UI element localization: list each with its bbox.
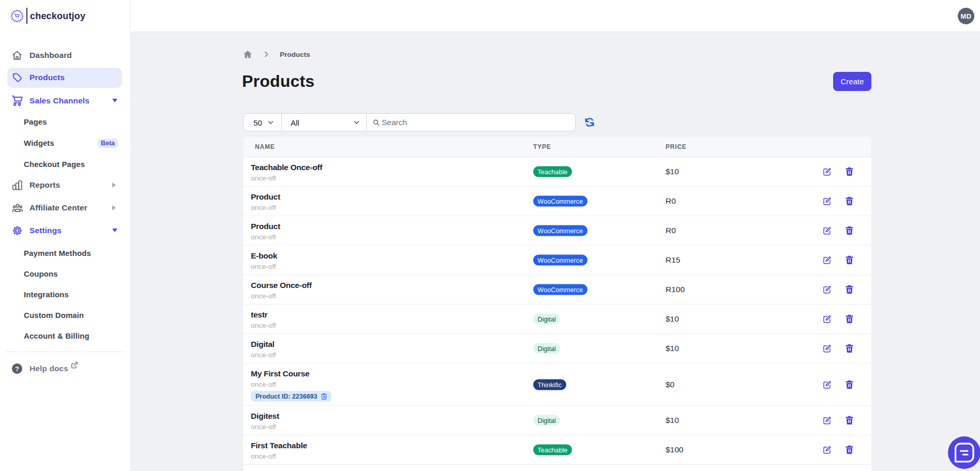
svg-text:?: ? bbox=[15, 365, 19, 373]
